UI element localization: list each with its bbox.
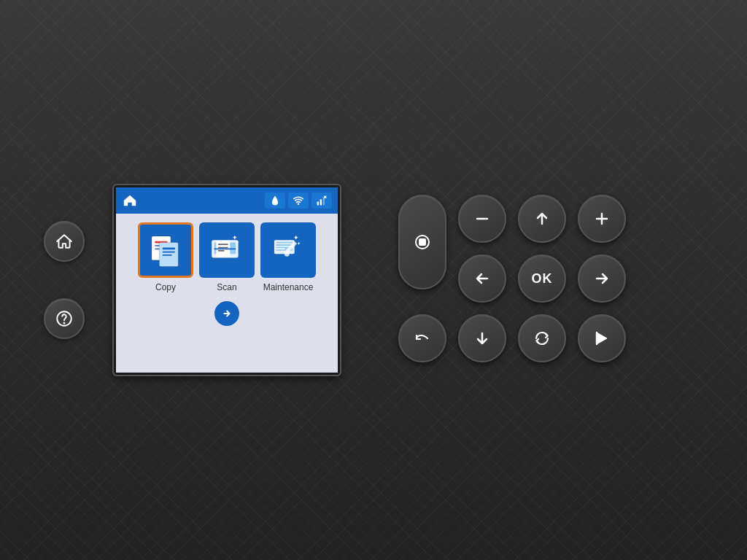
down-arrow-icon — [473, 330, 491, 347]
svg-rect-22 — [218, 247, 228, 249]
ink-drop-icon — [268, 195, 282, 206]
reload-icon — [533, 330, 551, 347]
scan-label: Scan — [217, 282, 236, 292]
lcd-header — [116, 187, 338, 214]
help-icon — [55, 309, 74, 328]
scan-button[interactable]: ✦ ✦ — [199, 222, 255, 278]
status-icons — [265, 192, 332, 209]
right-arrow-icon — [593, 270, 611, 287]
back-icon — [414, 330, 431, 347]
wifi-status-icon — [288, 192, 309, 209]
right-button[interactable] — [578, 254, 626, 303]
svg-rect-23 — [218, 250, 225, 252]
scan-icon: ✦ ✦ — [208, 231, 246, 269]
up-button[interactable] — [518, 195, 566, 243]
down-button[interactable] — [458, 314, 506, 362]
up-arrow-icon — [533, 210, 551, 228]
signal-status-icon — [311, 192, 332, 209]
home-icon — [55, 232, 74, 251]
left-button[interactable] — [458, 254, 506, 303]
svg-point-2 — [298, 203, 299, 205]
ink-status-icon — [265, 192, 285, 209]
signal-icon — [315, 195, 328, 206]
next-page-button[interactable] — [214, 301, 239, 326]
maintenance-label: Maintenance — [263, 282, 314, 292]
start-button[interactable] — [578, 314, 626, 362]
reload-button[interactable] — [518, 314, 566, 362]
help-button[interactable] — [44, 298, 85, 339]
stop-icon — [414, 233, 431, 251]
svg-rect-15 — [163, 248, 175, 250]
back-button[interactable] — [398, 314, 446, 362]
copy-icon — [147, 231, 185, 269]
maintenance-button[interactable]: ✦ ✦ — [260, 222, 316, 278]
svg-text:✦: ✦ — [293, 234, 299, 241]
function-grid: Copy — [138, 222, 316, 292]
svg-text:✦: ✦ — [297, 241, 301, 246]
copy-label: Copy — [155, 282, 176, 292]
arrow-right-icon — [220, 307, 233, 320]
left-buttons — [44, 221, 85, 339]
plus-icon — [593, 210, 611, 228]
copy-button[interactable] — [138, 222, 193, 278]
lcd-body: Copy — [116, 214, 338, 373]
svg-text:✦: ✦ — [236, 240, 239, 244]
svg-rect-21 — [218, 244, 228, 245]
ok-button[interactable]: OK — [518, 254, 566, 303]
svg-point-1 — [63, 322, 64, 323]
maintenance-icon: ✦ ✦ — [269, 231, 307, 269]
wifi-icon — [292, 195, 305, 206]
left-arrow-icon — [473, 270, 491, 287]
minus-icon — [473, 210, 491, 228]
svg-rect-17 — [163, 254, 172, 256]
scan-function-item[interactable]: ✦ ✦ Scan — [199, 222, 255, 292]
start-icon — [593, 330, 611, 347]
printer-panel: Copy — [0, 0, 747, 560]
svg-point-32 — [285, 252, 290, 257]
plus-button[interactable] — [578, 195, 626, 243]
svg-rect-4 — [320, 199, 322, 205]
stop-button[interactable] — [398, 195, 446, 289]
minus-button[interactable] — [458, 195, 506, 243]
texture-overlay — [0, 0, 747, 560]
svg-rect-3 — [317, 202, 319, 206]
svg-rect-16 — [163, 252, 175, 253]
ok-label: OK — [532, 271, 553, 287]
svg-rect-13 — [159, 243, 178, 267]
maintenance-function-item[interactable]: ✦ ✦ Maintenance — [260, 222, 316, 292]
svg-marker-40 — [597, 332, 607, 344]
control-pad: OK — [398, 195, 629, 365]
svg-rect-39 — [419, 239, 425, 245]
lcd-home-icon — [122, 192, 138, 209]
lcd-screen: Copy — [114, 185, 340, 375]
copy-function-item[interactable]: Copy — [138, 222, 193, 292]
home-button[interactable] — [44, 221, 85, 262]
